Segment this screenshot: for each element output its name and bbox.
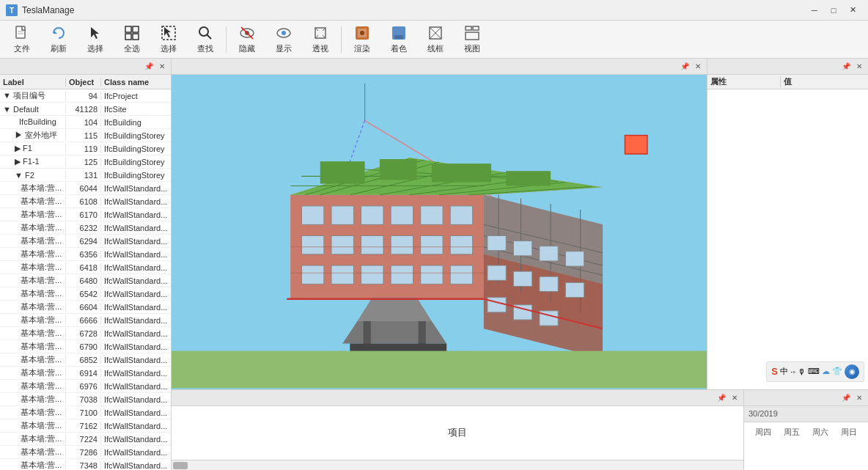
calendar-day: 周六 — [806, 425, 835, 439]
scroll-thumb[interactable] — [173, 462, 188, 469]
right-panel: 📌 ✕ 属性 值 S 中 ·◦ 🎙 ⌨ ☁ — [707, 59, 868, 389]
tree-row[interactable]: 基本墙:营... 6790 IfcWallStandard... — [0, 340, 171, 353]
tree-cell-object: 6728 — [66, 329, 101, 338]
tree-row[interactable]: 基本墙:营... 6232 IfcWallStandard... — [0, 221, 171, 235]
right-panel-header: 📌 ✕ — [707, 59, 868, 75]
bottom-close-button[interactable]: ✕ — [729, 392, 740, 403]
toolbar-render[interactable]: 渲染 — [345, 23, 380, 56]
close-button[interactable]: ✕ — [843, 3, 862, 18]
minimize-button[interactable]: ─ — [805, 3, 824, 18]
toolbar-file[interactable]: 文件 — [4, 23, 40, 56]
tree-cell-object: 7348 — [66, 461, 101, 470]
tree-cell-class: IfcWallStandard... — [101, 435, 171, 444]
svg-rect-8 — [125, 34, 131, 40]
col-class-header: Class name — [101, 78, 171, 87]
toolbar-view[interactable]: 视图 — [455, 23, 490, 56]
calendar-pin-button[interactable]: 📌 — [840, 392, 852, 403]
tree-header: Label Object Class name — [0, 75, 171, 89]
tree-row[interactable]: 基本墙:营... 6728 IfcWallStandard... — [0, 327, 171, 340]
toolbar-select2[interactable]: 选择 — [151, 23, 186, 56]
toolbar-select[interactable]: 选择 — [78, 23, 113, 56]
tree-cell-class: IfcWallStandard... — [101, 197, 171, 206]
tree-cell-label: 基本墙:营... — [0, 315, 66, 326]
tree-row[interactable]: 基本墙:营... 7348 IfcWallStandard... — [0, 459, 171, 470]
svg-point-25 — [360, 31, 364, 35]
toolbar-perspective-label: 透视 — [312, 43, 328, 54]
toolbar-wireframe[interactable]: 线框 — [418, 23, 453, 56]
tree-cell-class: IfcBuildingStorey — [101, 158, 171, 166]
toolbar-hide[interactable]: 隐藏 — [229, 23, 265, 56]
svg-rect-31 — [466, 26, 471, 30]
toolbar-perspective[interactable]: 透视 — [303, 23, 338, 56]
tree-cell-label: 基本墙:营... — [0, 407, 66, 418]
tree-row[interactable]: 基本墙:营... 7224 IfcWallStandard... — [0, 433, 171, 446]
left-panel-close-button[interactable]: ✕ — [156, 61, 168, 73]
tree-row[interactable]: 基本墙:营... 7038 IfcWallStandard... — [0, 393, 171, 406]
tree-cell-object: 6976 — [66, 382, 101, 391]
tree-row[interactable]: 基本墙:营... 6604 IfcWallStandard... — [0, 301, 171, 314]
tree-row[interactable]: 基本墙:营... 6666 IfcWallStandard... — [0, 314, 171, 327]
tree-cell-label: 基本墙:营... — [0, 433, 66, 444]
search-icon — [196, 24, 214, 42]
tree-row[interactable]: 基本墙:营... 6170 IfcWallStandard... — [0, 208, 171, 221]
tree-row[interactable]: IfcBuilding 104 IfcBuilding — [0, 116, 171, 129]
tree-cell-class: IfcWallStandard... — [101, 342, 171, 351]
tree-row[interactable]: ▼ F2 131 IfcBuildingStorey — [0, 169, 171, 182]
refresh-icon — [50, 24, 67, 42]
tree-cell-object: 6914 — [66, 369, 101, 378]
tree-row[interactable]: ▶ F1 119 IfcBuildingStorey — [0, 142, 171, 155]
tree-cell-label: 基本墙:营... — [0, 420, 66, 431]
toolbar-search[interactable]: 查找 — [188, 23, 223, 56]
tree-body[interactable]: ▼ 项目编号 94 IfcProject ▼ Default 41128 Ifc… — [0, 89, 171, 470]
tree-cell-object: 6790 — [66, 342, 101, 351]
bottom-scrollbar[interactable] — [172, 460, 743, 470]
tree-row[interactable]: ▶ F1-1 125 IfcBuildingStorey — [0, 155, 171, 169]
bottom-pin-button[interactable]: 📌 — [716, 392, 727, 403]
tree-cell-label: 基本墙:营... — [0, 209, 66, 220]
maximize-button[interactable]: □ — [824, 3, 843, 18]
tree-row[interactable]: 基本墙:营... 6852 IfcWallStandard... — [0, 353, 171, 367]
right-pin-button[interactable]: 📌 — [840, 61, 852, 73]
tree-cell-class: IfcWallStandard... — [101, 210, 171, 219]
tree-row[interactable]: 基本墙:营... 6418 IfcWallStandard... — [0, 261, 171, 274]
tree-row[interactable]: 基本墙:营... 6356 IfcWallStandard... — [0, 248, 171, 261]
calendar-day: 周四 — [749, 425, 777, 439]
tree-cell-label: 基本墙:营... — [0, 328, 66, 339]
svg-rect-104 — [172, 351, 707, 389]
tree-row[interactable]: 基本墙:营... 6542 IfcWallStandard... — [0, 287, 171, 301]
ime-avatar: ◉ — [845, 364, 859, 379]
title-bar-left: T TeslaManage — [6, 4, 74, 16]
tree-row[interactable]: 基本墙:营... 6480 IfcWallStandard... — [0, 274, 171, 287]
pin-button[interactable]: 📌 — [143, 61, 155, 73]
tree-row[interactable]: 基本墙:营... 6044 IfcWallStandard... — [0, 182, 171, 195]
tree-row[interactable]: 基本墙:营... 6294 IfcWallStandard... — [0, 235, 171, 248]
bottom-panel: 📌 ✕ 项目 📌 ✕ — [172, 389, 868, 470]
tree-row[interactable]: 基本墙:营... 6108 IfcWallStandard... — [0, 195, 171, 208]
viewport-pin-button[interactable]: 📌 — [679, 61, 691, 73]
tree-row[interactable]: 基本墙:营... 7100 IfcWallStandard... — [0, 406, 171, 419]
tree-row[interactable]: 基本墙:营... 7162 IfcWallStandard... — [0, 419, 171, 433]
bottom-content: 项目 — [172, 406, 743, 460]
tree-row[interactable]: 基本墙:营... 7286 IfcWallStandard... — [0, 446, 171, 459]
tree-row[interactable]: 基本墙:营... 6976 IfcWallStandard... — [0, 380, 171, 393]
svg-line-12 — [207, 34, 211, 39]
svg-rect-65 — [391, 235, 413, 254]
calendar-close-button[interactable]: ✕ — [853, 392, 865, 403]
viewport-close-button[interactable]: ✕ — [692, 61, 704, 73]
right-close-button[interactable]: ✕ — [853, 61, 865, 73]
toolbar-refresh[interactable]: 刷新 — [41, 23, 76, 56]
select2-icon — [160, 24, 177, 42]
tree-row[interactable]: ▶ 室外地坪 115 IfcBuildingStorey — [0, 129, 171, 142]
tree-row[interactable]: ▼ 项目编号 94 IfcProject — [0, 89, 171, 103]
tree-row[interactable]: ▼ Default 41128 IfcSite — [0, 103, 171, 116]
tree-cell-class: IfcSite — [101, 105, 171, 114]
viewport-3d[interactable] — [172, 75, 707, 389]
toolbar-shade[interactable]: 着色 — [381, 23, 416, 56]
calendar-panel-header: 📌 ✕ — [744, 390, 868, 406]
tree-cell-object: 7286 — [66, 448, 101, 457]
toolbar-selectall[interactable]: 全选 — [114, 23, 150, 56]
right-panel-controls: 📌 ✕ — [840, 61, 865, 73]
tree-row[interactable]: 基本墙:营... 6914 IfcWallStandard... — [0, 367, 171, 380]
toolbar-show[interactable]: 显示 — [266, 23, 301, 56]
svg-rect-7 — [133, 26, 139, 32]
